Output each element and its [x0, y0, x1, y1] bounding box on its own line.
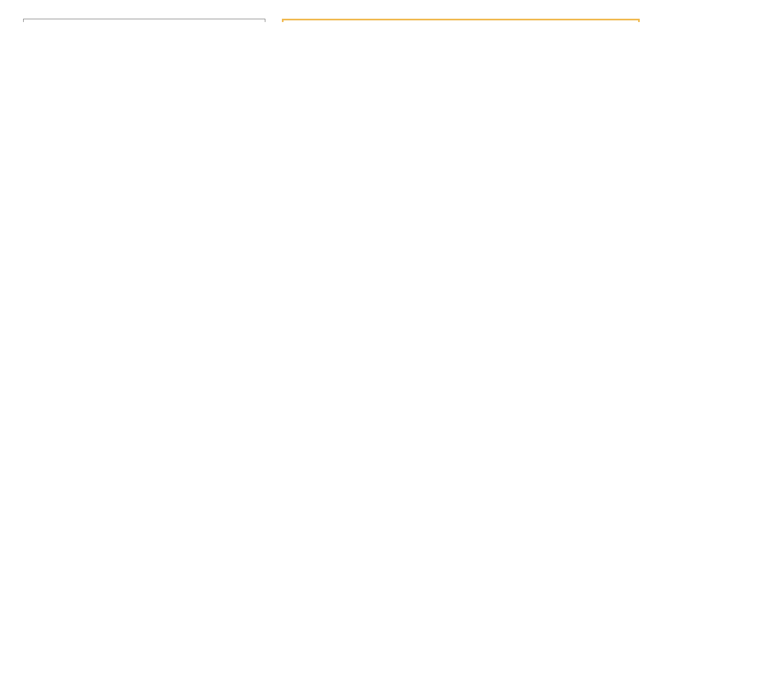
instruction-callout-signin: On the Sign In Info page, enter the acco… [282, 19, 640, 22]
signin-panel: ✕ Sign In Info Required* Username* Lette… [23, 19, 265, 22]
